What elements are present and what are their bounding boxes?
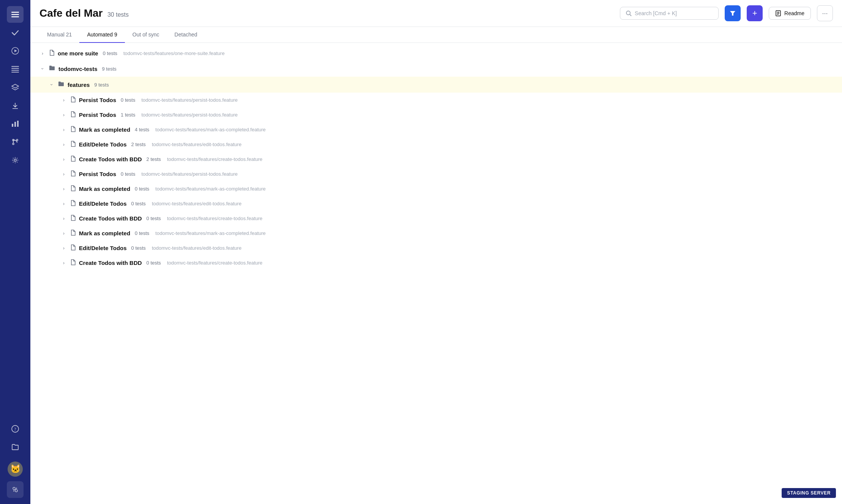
svg-line-24 xyxy=(630,14,631,16)
chevron-icon: › xyxy=(61,230,67,236)
sidebar-icon-check[interactable] xyxy=(7,24,24,41)
list-item[interactable]: › todomvc-tests 9 tests xyxy=(30,61,842,77)
list-item[interactable]: › Edit/Delete Todos 2 tests todomvc-test… xyxy=(30,137,842,152)
svg-rect-12 xyxy=(14,122,16,127)
file-icon xyxy=(70,96,76,104)
header: Cafe del Mar 30 tests Search [Cmd + K] +… xyxy=(30,0,842,27)
chevron-icon: › xyxy=(61,156,67,162)
filter-button[interactable] xyxy=(725,5,741,21)
chevron-icon: › xyxy=(61,186,67,192)
list-item[interactable]: › Create Todos with BDD 2 tests todomvc-… xyxy=(30,152,842,167)
chevron-icon: › xyxy=(39,50,46,57)
svg-marker-9 xyxy=(12,84,19,88)
chevron-icon: › xyxy=(49,82,55,88)
svg-rect-13 xyxy=(17,121,19,127)
file-icon xyxy=(70,141,76,148)
svg-point-18 xyxy=(14,159,16,161)
list-item[interactable]: › Persist Todos 0 tests todomvc-tests/fe… xyxy=(30,167,842,181)
file-icon xyxy=(49,50,55,57)
file-icon xyxy=(70,215,76,222)
file-icon xyxy=(70,185,76,192)
chevron-icon: › xyxy=(61,112,67,118)
readme-icon xyxy=(775,10,781,16)
file-icon xyxy=(70,111,76,118)
svg-point-16 xyxy=(16,139,18,141)
chevron-icon: › xyxy=(61,260,67,266)
staging-badge: STAGING SERVER xyxy=(782,488,836,498)
filter-icon xyxy=(729,10,736,17)
main-content: Cafe del Mar 30 tests Search [Cmd + K] +… xyxy=(30,0,842,504)
page-title: Cafe del Mar 30 tests xyxy=(39,7,129,19)
file-icon xyxy=(70,156,76,163)
list-item[interactable]: › features 9 tests xyxy=(30,77,842,93)
list-item[interactable]: › Create Todos with BDD 0 tests todomvc-… xyxy=(30,255,842,270)
svg-point-15 xyxy=(13,143,14,145)
svg-rect-8 xyxy=(11,72,19,72)
chevron-icon: › xyxy=(61,97,67,103)
svg-rect-11 xyxy=(12,124,13,127)
list-item[interactable]: › Edit/Delete Todos 0 tests todomvc-test… xyxy=(30,241,842,255)
search-bar[interactable]: Search [Cmd + K] xyxy=(620,7,719,20)
folder-icon xyxy=(49,65,55,73)
tab-manual[interactable]: Manual 21 xyxy=(39,27,79,43)
sidebar-icon-help[interactable]: ? xyxy=(7,421,24,437)
readme-button[interactable]: Readme xyxy=(769,7,811,20)
svg-text:?: ? xyxy=(14,427,16,432)
chevron-icon: › xyxy=(61,142,67,148)
sidebar-icon-chart[interactable] xyxy=(7,115,24,132)
chevron-icon: › xyxy=(61,245,67,251)
chevron-icon: › xyxy=(61,216,67,222)
file-icon xyxy=(70,126,76,133)
file-icon xyxy=(70,259,76,266)
tab-detached[interactable]: Detached xyxy=(167,27,205,43)
chevron-icon: › xyxy=(39,66,46,72)
svg-rect-6 xyxy=(11,68,19,69)
file-icon xyxy=(70,170,76,178)
cmd-shortcut[interactable] xyxy=(7,481,24,498)
sidebar-icon-menu[interactable] xyxy=(7,6,24,23)
sidebar-icon-layers[interactable] xyxy=(7,79,24,96)
sidebar: ? 🐱 xyxy=(0,0,30,504)
user-avatar[interactable]: 🐱 xyxy=(8,461,23,477)
sidebar-icon-folder[interactable] xyxy=(7,439,24,455)
list-item[interactable]: › Mark as completed 0 tests todomvc-test… xyxy=(30,226,842,241)
search-placeholder: Search [Cmd + K] xyxy=(635,10,677,16)
list-item[interactable]: › Mark as completed 4 tests todomvc-test… xyxy=(30,122,842,137)
sidebar-icon-list[interactable] xyxy=(7,61,24,77)
more-button[interactable]: ··· xyxy=(817,5,833,21)
list-item[interactable]: › Edit/Delete Todos 0 tests todomvc-test… xyxy=(30,196,842,211)
tab-automated[interactable]: Automated 9 xyxy=(79,27,125,43)
svg-rect-5 xyxy=(11,66,19,67)
chevron-icon: › xyxy=(61,171,67,177)
file-icon xyxy=(70,200,76,207)
svg-rect-7 xyxy=(11,70,19,71)
search-icon xyxy=(626,10,632,16)
list-item[interactable]: › Persist Todos 0 tests todomvc-tests/fe… xyxy=(30,93,842,107)
svg-point-21 xyxy=(13,490,14,491)
folder-icon xyxy=(58,80,65,89)
svg-point-23 xyxy=(626,11,630,15)
suite-list: › one more suite 0 tests todomvc-tests/f… xyxy=(30,43,842,504)
chevron-icon: › xyxy=(61,127,67,133)
chevron-icon: › xyxy=(61,201,67,207)
tab-out-of-sync[interactable]: Out of sync xyxy=(125,27,167,43)
svg-rect-0 xyxy=(11,12,19,13)
file-icon xyxy=(70,244,76,252)
readme-label: Readme xyxy=(784,10,804,16)
list-item[interactable]: › Mark as completed 0 tests todomvc-test… xyxy=(30,181,842,196)
add-button[interactable]: + xyxy=(747,5,763,21)
file-icon xyxy=(70,230,76,237)
list-item[interactable]: › one more suite 0 tests todomvc-tests/f… xyxy=(30,46,842,61)
list-item[interactable]: › Persist Todos 1 tests todomvc-tests/fe… xyxy=(30,107,842,122)
sidebar-icon-git[interactable] xyxy=(7,134,24,150)
svg-rect-2 xyxy=(11,16,19,17)
svg-point-22 xyxy=(16,488,17,489)
sidebar-icon-play[interactable] xyxy=(7,43,24,59)
sidebar-icon-settings[interactable] xyxy=(7,152,24,169)
sidebar-icon-import[interactable] xyxy=(7,97,24,114)
svg-rect-1 xyxy=(11,14,19,15)
svg-marker-4 xyxy=(14,50,17,52)
svg-marker-25 xyxy=(730,11,735,16)
tabs: Manual 21 Automated 9 Out of sync Detach… xyxy=(30,27,842,43)
list-item[interactable]: › Create Todos with BDD 0 tests todomvc-… xyxy=(30,211,842,226)
